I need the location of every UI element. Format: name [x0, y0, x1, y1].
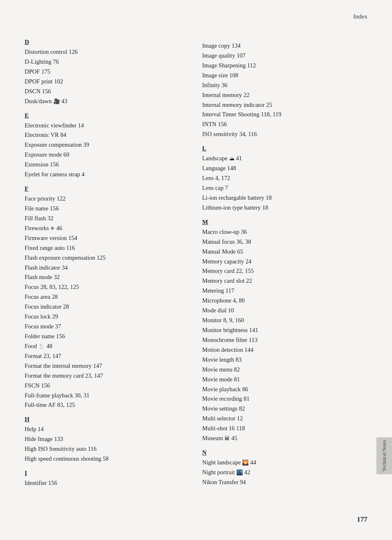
entry-motion-detection: Motion detection 144 [202, 345, 367, 355]
entry-focus-indicator: Focus indicator 28 [25, 302, 190, 312]
entry-format-card: Format the memory card 23, 147 [25, 371, 190, 381]
entry-memory-card-slot: Memory card slot 22 [202, 276, 367, 286]
section-m-letter: M [202, 219, 367, 226]
section-d-entries: Distortion control 126 D-Lighting 76 DPO… [25, 47, 190, 106]
entry-movie-recording: Movie recording 81 [202, 394, 367, 404]
entry-lens-cap: Lens cap 7 [202, 183, 367, 193]
entry-face-priority: Face priority 122 [25, 194, 190, 204]
entry-exposure-mode: Exposure mode 60 [25, 150, 190, 160]
entry-high-iso: High ISO Sensitivity auto 116 [25, 444, 190, 454]
entry-dusk-dawn: Dusk/dawn 🎥 43 [25, 97, 190, 106]
entry-language: Language 148 [202, 164, 367, 173]
entry-manual-mode: Manual Mode 65 [202, 247, 367, 257]
section-n-entries: Night landscape 🌄 44 Night portrait 🌃 42… [202, 458, 367, 487]
section-e-letter: E [25, 112, 190, 119]
entry-flash-mode: Flash mode 32 [25, 272, 190, 282]
right-column: Image copy 134 Image quality 107 Image S… [202, 33, 367, 488]
entry-fixed-range: Fixed range auto 116 [25, 243, 190, 253]
section-m-entries: Macro close-up 36 Manual focus 36, 38 Ma… [202, 227, 367, 443]
entry-flash-exp-comp: Flash exposure compensation 125 [25, 253, 190, 263]
entry-image-size: Image size 108 [202, 71, 367, 81]
entry-focus-lock: Focus lock 29 [25, 312, 190, 322]
entry-high-speed: High speed continuous shooting 58 [25, 454, 190, 464]
entry-night-portrait: Night portrait 🌃 42 [202, 468, 367, 478]
section-l-entries: Landscape ⛰ 41 Language 148 Lens 4, 172 … [202, 154, 367, 213]
entry-li-ion: Li-ion rechargable battery 18 [202, 193, 367, 203]
entry-intn: INTN 156 [202, 120, 367, 129]
landscape-icon: ⛰ [229, 154, 235, 163]
section-f-letter: F [25, 185, 190, 192]
entry-dlighting: D-Lighting 76 [25, 57, 190, 67]
entry-iso: ISO sensitivity 34, 116 [202, 129, 367, 139]
entry-focus: Focus 28, 83, 122, 125 [25, 282, 190, 292]
entry-multi-shot: Multi-shot 16 118 [202, 424, 367, 434]
entry-movie-mode: Movie mode 81 [202, 375, 367, 385]
entry-infinity: Infinity 36 [202, 81, 367, 90]
entry-night-landscape: Night landscape 🌄 44 [202, 458, 367, 468]
section-n-letter: N [202, 449, 367, 456]
entry-evf: Electronic viewfinder 14 [25, 121, 190, 131]
entry-movie-playback: Movie playback 86 [202, 385, 367, 395]
section-h-entries: Help 14 Hide Image 133 High ISO Sensitiv… [25, 425, 190, 464]
entry-movie-settings: Movie settings 82 [202, 404, 367, 414]
technical-notes-tab: Technical Notes [376, 437, 392, 474]
entry-mode-dial: Mode dial 10 [202, 306, 367, 316]
entry-fulltime-af: Full-time AF 83, 125 [25, 400, 190, 410]
page-number: 177 [357, 515, 368, 524]
section-d-letter: D [25, 39, 190, 46]
night-landscape-icon: 🌄 [242, 458, 249, 467]
entry-folder-name: Folder name 156 [25, 332, 190, 342]
entry-eyelet: Eyelet for camera strap 4 [25, 170, 190, 180]
entry-image-copy: Image copy 134 [202, 41, 367, 51]
entry-fireworks: Fireworks ✳ 46 [25, 224, 190, 233]
page-header: Index [353, 13, 367, 20]
entry-macro: Macro close-up 36 [202, 227, 367, 237]
section-i-entries: Identifier 156 [25, 478, 190, 488]
section-e-entries: Electronic viewfinder 14 Electronic VR 8… [25, 121, 190, 180]
entry-multi-selector: Multi selector 12 [202, 414, 367, 424]
entry-fill-flash: Fill flash 32 [25, 214, 190, 224]
entry-internal-memory: Internal memory 22 [202, 90, 367, 100]
entry-internal-memory-indicator: Internal memory indicator 25 [202, 100, 367, 110]
entry-memory-capacity: Memory capacity 24 [202, 257, 367, 267]
entry-food: Food 🍴 48 [25, 342, 190, 351]
entry-evr: Electronic VR 84 [25, 130, 190, 140]
entry-focus-mode: Focus mode 37 [25, 322, 190, 332]
entry-flash-indicator: Flash indicator 34 [25, 263, 190, 273]
entry-movie-menu: Movie menu 82 [202, 365, 367, 375]
entry-lens: Lens 4, 172 [202, 173, 367, 183]
museum-icon: 🏛 [224, 434, 230, 443]
entry-hide-image: Hide Image 133 [25, 434, 190, 444]
entry-identifier: Identifier 156 [25, 478, 190, 488]
main-content: D Distortion control 126 D-Lighting 76 D… [25, 33, 367, 488]
entry-monitor-brightness: Monitor brightness 141 [202, 325, 367, 335]
entry-museum: Museum 🏛 45 [202, 434, 367, 443]
technical-notes-label: Technical Notes [381, 440, 387, 471]
entry-lithium: Lithium-ion type battery 18 [202, 203, 367, 213]
entry-dpof-print: DPOF print 102 [25, 77, 190, 87]
entry-monochrome: Monochrome filter 113 [202, 335, 367, 345]
entry-microphone: Microphone 4, 80 [202, 296, 367, 306]
section-h-letter: H [25, 416, 190, 423]
section-i-letter: I [25, 470, 190, 477]
entry-file-name: File name 156 [25, 204, 190, 214]
entry-monitor: Monitor 8, 9, 160 [202, 316, 367, 325]
entry-format: Format 23, 147 [25, 351, 190, 361]
entry-nikon-transfer: Nikon Transfer 94 [202, 478, 367, 487]
entry-fscn: FSCN 156 [25, 381, 190, 391]
entry-metering: Metering 117 [202, 286, 367, 296]
entry-memory-card: Memory card 22, 155 [202, 266, 367, 276]
dusk-icon: 🎥 [53, 97, 60, 106]
entry-help: Help 14 [25, 425, 190, 434]
left-column: D Distortion control 126 D-Lighting 76 D… [25, 33, 202, 488]
entry-firmware: Firmware version 154 [25, 233, 190, 243]
entry-fullframe: Full-frame playback 30, 31 [25, 391, 190, 401]
page: Index D Distortion control 126 D-Lightin… [0, 0, 392, 540]
entry-focus-area: Focus area 28 [25, 292, 190, 302]
header-title: Index [353, 13, 367, 20]
entry-dpof: DPOF 175 [25, 67, 190, 77]
entry-manual-focus: Manual focus 36, 38 [202, 237, 367, 247]
entry-exposure-comp: Exposure compensation 39 [25, 140, 190, 150]
section-i-continued: Image copy 134 Image quality 107 Image S… [202, 41, 367, 139]
entry-distortion: Distortion control 126 [25, 47, 190, 57]
